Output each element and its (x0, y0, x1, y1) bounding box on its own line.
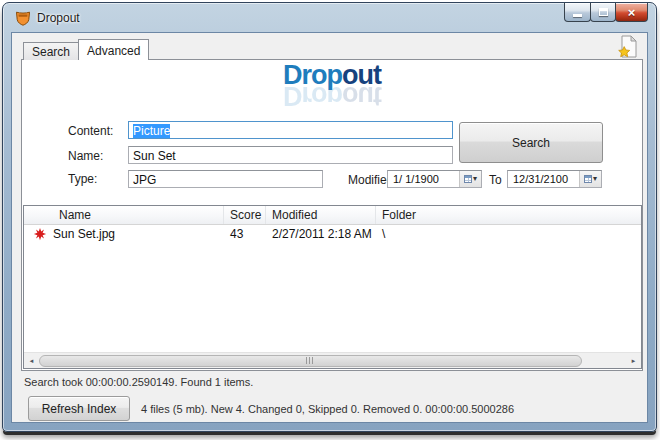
modified-to-calendar-dropdown[interactable]: ▾ (579, 171, 601, 187)
index-summary-text: 4 files (5 mb). New 4. Changed 0, Skippe… (141, 403, 514, 415)
horizontal-scrollbar[interactable]: ◄ ► (24, 352, 641, 368)
row-score: 43 (224, 227, 266, 241)
content-selected-text: Picture (133, 124, 170, 138)
results-list: Name Score Modified Folder Sun (23, 205, 642, 369)
scroll-left-arrow-icon[interactable]: ◄ (24, 354, 39, 368)
row-name: Sun Set.jpg (53, 227, 115, 241)
tab-advanced-label: Advanced (87, 44, 140, 58)
minimize-icon (573, 14, 582, 17)
scrollbar-grip-icon (306, 357, 315, 364)
tab-search-label: Search (32, 45, 70, 59)
results-body: Sun Set.jpg 43 2/27/2011 2:18 AM \ (24, 225, 641, 352)
maximize-icon (599, 8, 608, 16)
window-title: Dropout (37, 11, 80, 25)
content-input[interactable]: Picture (128, 121, 453, 139)
to-label: To (489, 173, 502, 187)
column-header-modified[interactable]: Modified (266, 206, 376, 224)
broken-image-icon (33, 227, 47, 241)
row-modified: 2/27/2011 2:18 AM (266, 227, 376, 241)
app-window: Dropout × Search Advanced Dropout Dropou… (2, 2, 657, 432)
modified-from-calendar-dropdown[interactable]: ▾ (459, 171, 481, 187)
logo: Dropout Dropout (22, 62, 642, 109)
logo-part2: out (342, 60, 381, 90)
search-button[interactable]: Search (459, 122, 603, 163)
chevron-down-icon: ▾ (473, 175, 477, 183)
scrollbar-thumb[interactable] (39, 355, 582, 367)
table-row[interactable]: Sun Set.jpg 43 2/27/2011 2:18 AM \ (24, 225, 641, 242)
titlebar[interactable]: Dropout × (3, 3, 656, 32)
logo-text: Dropout (22, 62, 642, 88)
content-label: Content: (68, 124, 113, 138)
modified-to-value: 12/31/2100 (508, 173, 579, 185)
type-input[interactable]: JPG (128, 170, 323, 188)
close-button[interactable]: × (615, 3, 648, 22)
scroll-right-arrow-icon[interactable]: ► (626, 354, 641, 368)
row-folder: \ (376, 227, 641, 241)
column-header-folder[interactable]: Folder (376, 206, 641, 224)
scrollbar-track[interactable] (39, 354, 626, 368)
refresh-index-button[interactable]: Refresh Index (28, 396, 130, 421)
name-input[interactable]: Sun Set (128, 146, 453, 164)
app-shield-icon (15, 10, 31, 26)
chevron-down-icon: ▾ (593, 175, 597, 183)
modified-from-value: 1/ 1/1900 (388, 173, 459, 185)
client-area: Search Advanced Dropout Dropout Content:… (11, 32, 648, 423)
name-label: Name: (68, 149, 103, 163)
results-header: Name Score Modified Folder (24, 206, 641, 225)
column-header-name[interactable]: Name (24, 206, 224, 224)
tab-search[interactable]: Search (23, 42, 79, 60)
saved-search-star-document-icon[interactable] (617, 35, 639, 59)
advanced-tab-page: Dropout Dropout Content: Picture Name: S… (21, 59, 643, 371)
maximize-button[interactable] (590, 3, 616, 22)
tabstrip: Search Advanced (23, 39, 149, 60)
modified-to-datepicker[interactable]: 12/31/2100 ▾ (507, 170, 602, 188)
tab-advanced[interactable]: Advanced (78, 39, 149, 60)
caption-buttons: × (565, 3, 648, 22)
search-summary-text: Search took 00:00:00.2590149. Found 1 it… (24, 376, 253, 388)
type-label: Type: (68, 172, 97, 186)
minimize-button[interactable] (564, 3, 591, 22)
calendar-icon (584, 175, 592, 183)
calendar-icon (464, 175, 472, 183)
column-header-score[interactable]: Score (224, 206, 266, 224)
logo-part1: Drop (283, 60, 342, 90)
modified-from-datepicker[interactable]: 1/ 1/1900 ▾ (387, 170, 482, 188)
logo-reflection: Dropout (22, 83, 642, 109)
close-icon: × (628, 4, 636, 21)
